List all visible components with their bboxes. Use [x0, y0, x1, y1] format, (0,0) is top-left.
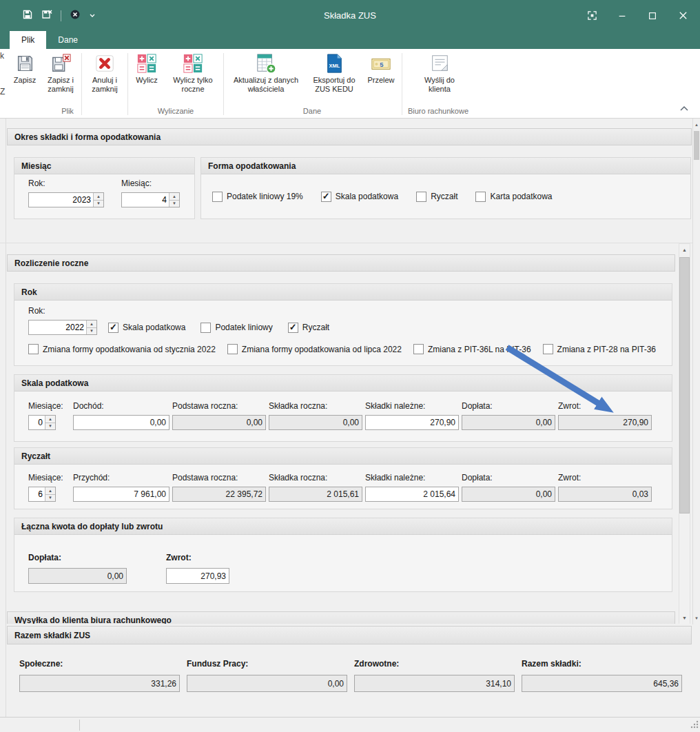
save-button[interactable]: Zapisz	[8, 52, 41, 85]
checkbox-skala-podatkowa[interactable]: Skala podatkowa	[321, 192, 398, 202]
scrollbar-thumb[interactable]	[679, 257, 690, 514]
doplata-label: Dopłata:	[462, 401, 555, 411]
ryczalt-nalezne-input[interactable]	[365, 487, 459, 502]
letter-icon	[429, 53, 450, 74]
fundusz-pracy-input	[187, 675, 347, 692]
miesiac-spinner[interactable]: ▲▼	[121, 192, 180, 207]
checkbox-box[interactable]	[212, 192, 223, 202]
zwrot-label: Zwrot:	[166, 553, 229, 562]
checkbox-box[interactable]	[543, 344, 553, 354]
update-from-owner-button[interactable]: Aktualizuj z danych właściciela	[225, 52, 307, 94]
scroll-down-icon[interactable]: ▼	[679, 612, 690, 624]
window-controls	[581, 0, 693, 31]
maximize-button[interactable]	[642, 6, 663, 26]
checkbox-zmiana-lipca[interactable]: Zmiana formy opodatkowania od lipca 2022	[227, 344, 402, 354]
checkbox-roczny-ryczalt[interactable]: Ryczałt	[288, 323, 329, 333]
spin-down-icon[interactable]: ▼	[87, 327, 96, 335]
zwrot-label: Zwrot:	[558, 401, 652, 411]
vertical-scrollbar[interactable]: ▲ ▼	[679, 243, 690, 624]
spin-up-icon[interactable]: ▲	[87, 321, 96, 327]
spin-up-icon[interactable]: ▲	[45, 487, 55, 494]
qat-save-close-icon[interactable]	[41, 9, 52, 22]
spin-up-icon[interactable]: ▲	[45, 416, 55, 423]
checkbox-karta-podatkowa[interactable]: Karta podatkowa	[475, 192, 552, 202]
rok-roczny-spinner[interactable]: ▲▼	[28, 320, 97, 335]
yearly-settlement-scroll-area: Rozliczenie roczne Rok Rok: ▲▼ Skala pod…	[0, 243, 700, 624]
laczna-zwrot-input[interactable]	[166, 568, 229, 584]
ryczalt-miesiace-input[interactable]	[29, 487, 45, 501]
checkbox-zmiana-pit36l[interactable]: Zmiana z PIT-36L na PIT-36	[413, 344, 531, 354]
skala-podstawa-input	[172, 415, 266, 430]
checkbox-box[interactable]	[28, 344, 39, 354]
miesiac-input[interactable]	[122, 193, 169, 207]
totals-row: Społeczne: Fundusz Pracy: Zdrowotne: Raz…	[19, 659, 682, 692]
transfer-button[interactable]: 5 Przelew	[362, 52, 400, 85]
rok-roczny-input[interactable]	[29, 321, 86, 334]
skala-nalezne-input[interactable]	[365, 415, 459, 430]
checkbox-box[interactable]	[200, 323, 211, 333]
qat-cancel-icon[interactable]	[70, 9, 81, 22]
save-icon	[14, 53, 35, 74]
laczna-doplata-input	[28, 568, 127, 584]
qat-save-icon[interactable]	[22, 9, 33, 22]
send-to-client-button[interactable]: Wyślij do klienta	[404, 52, 475, 94]
checkbox-box[interactable]	[227, 344, 238, 354]
tab-plik[interactable]: Plik	[10, 31, 46, 49]
zdrowotne-label: Zdrowotne:	[354, 659, 515, 669]
ribbon-separator	[223, 53, 224, 115]
scroll-up-icon[interactable]: ▲	[693, 120, 700, 130]
fit-window-button[interactable]	[581, 6, 602, 26]
checkbox-box[interactable]	[321, 192, 331, 202]
podstawa-roczna-label: Podstawa roczna:	[172, 401, 266, 411]
spin-down-icon[interactable]: ▼	[94, 200, 103, 207]
outer-vertical-scrollbar[interactable]: ▲ ▼	[692, 119, 700, 624]
rok-spinner[interactable]: ▲▼	[28, 192, 104, 207]
skala-miesiace-input[interactable]	[29, 416, 45, 429]
checkbox-zmiana-pit28[interactable]: Zmiana z PIT-28 na PIT-36	[543, 344, 656, 354]
cancel-and-close-button[interactable]: Anuluj i zamknij	[83, 52, 126, 94]
spin-down-icon[interactable]: ▼	[45, 494, 55, 502]
spin-up-icon[interactable]: ▲	[169, 193, 179, 200]
checkbox-ryczalt[interactable]: Ryczałt	[416, 192, 457, 202]
skala-miesiace-spinner[interactable]: ▲▼	[28, 415, 56, 430]
resize-grip[interactable]	[690, 720, 699, 731]
checkbox-roczny-skala[interactable]: Skala podatkowa	[108, 323, 185, 333]
checkbox-box[interactable]	[416, 192, 426, 202]
rok-input[interactable]	[29, 193, 93, 207]
tab-dane[interactable]: Dane	[46, 31, 90, 49]
checkbox-box[interactable]	[413, 344, 424, 354]
spin-up-icon[interactable]: ▲	[94, 193, 103, 200]
close-button[interactable]	[672, 6, 693, 26]
checkbox-box[interactable]	[475, 192, 486, 202]
ribbon-collapse-button[interactable]	[679, 104, 689, 114]
sheet-plus-icon	[256, 53, 276, 74]
save-and-close-button[interactable]: Zapisz i zamknij	[41, 52, 80, 94]
scroll-down-icon[interactable]: ▼	[693, 613, 700, 623]
scrollbar-thumb[interactable]	[694, 131, 699, 160]
checkbox-box[interactable]	[288, 323, 298, 333]
calculator-icon	[183, 53, 203, 74]
ryczalt-przychod-input[interactable]	[73, 487, 169, 502]
skala-dochod-input[interactable]	[73, 415, 169, 430]
checkbox-podatek-liniowy-19[interactable]: Podatek liniowy 19%	[212, 192, 303, 202]
checkbox-zmiana-stycznia[interactable]: Zmiana formy opodatkowania od stycznia 2…	[28, 344, 216, 354]
ribbon-group-label-dane: Dane	[303, 107, 321, 115]
ryczalt-miesiace-spinner[interactable]: ▲▼	[28, 487, 56, 502]
checkbox-roczny-liniowy[interactable]: Podatek liniowy	[200, 323, 272, 333]
groupbox-miesiac: Miesiąc Rok: ▲▼ Miesiąc: ▲▼	[14, 157, 195, 219]
export-zus-kedu-button[interactable]: XML Eksportuj do ZUS KEDU	[307, 52, 362, 94]
status-bar-divider	[79, 720, 80, 731]
spoleczne-input	[19, 675, 180, 692]
calculate-yearly-only-button[interactable]: Wylicz tylko roczne	[164, 52, 222, 94]
scroll-up-icon[interactable]: ▲	[679, 244, 690, 256]
calculate-button[interactable]: Wylicz	[130, 52, 164, 85]
spin-down-icon[interactable]: ▼	[45, 423, 55, 430]
miesiac-label: Miesiąc:	[121, 179, 180, 188]
ribbon-group-label-biuro: Biuro rachunkowe	[408, 107, 469, 115]
spin-down-icon[interactable]: ▼	[169, 200, 179, 207]
ryczalt-zwrot-input	[558, 487, 652, 502]
minimize-button[interactable]	[612, 6, 632, 26]
qat-dropdown-icon[interactable]	[89, 11, 96, 21]
skala-doplata-input	[462, 415, 555, 430]
checkbox-box[interactable]	[108, 323, 119, 333]
